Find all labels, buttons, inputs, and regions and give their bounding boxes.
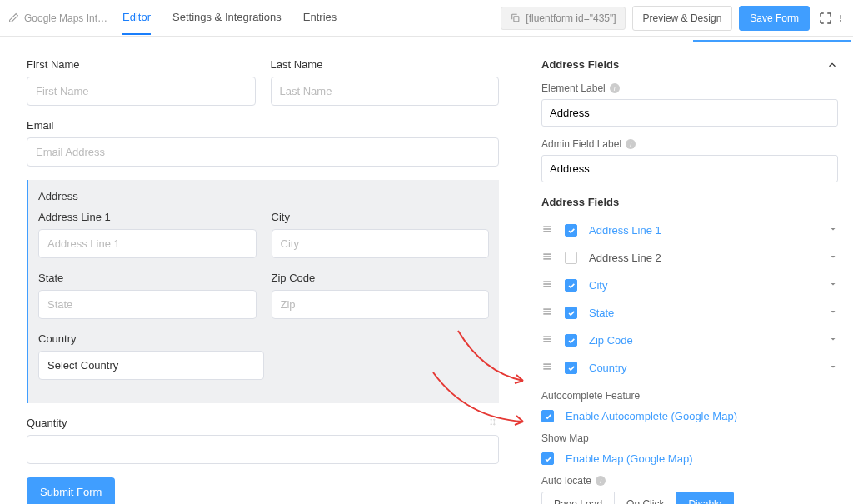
svg-point-2 (840, 17, 841, 19)
address-line1-input[interactable] (38, 229, 257, 258)
field-checkbox[interactable] (565, 252, 577, 264)
drag-handle-icon[interactable] (541, 251, 553, 265)
submit-button[interactable]: Submit Form (27, 477, 115, 504)
address-block[interactable]: Address Address Line 1 City State Zip Co… (27, 180, 499, 403)
address-line1-label: Address Line 1 (38, 211, 257, 223)
auto-locate-buttons: Page Load On Click Disable (541, 492, 838, 504)
address-title: Address (38, 190, 489, 202)
first-name-input[interactable] (27, 77, 256, 106)
info-icon: i (610, 83, 620, 93)
auto-locate-pageload[interactable]: Page Load (541, 492, 615, 504)
last-name-input[interactable] (271, 77, 500, 106)
info-icon: i (596, 476, 606, 486)
state-label: State (38, 272, 257, 284)
field-checkbox[interactable] (565, 334, 577, 347)
field-label: City (589, 279, 816, 292)
enable-autocomplete-checkbox[interactable] (541, 410, 554, 422)
svg-point-5 (494, 419, 495, 420)
save-button[interactable]: Save Form (739, 6, 810, 31)
chevron-down-icon[interactable] (828, 334, 838, 347)
chevron-down-icon[interactable] (828, 307, 838, 319)
field-checkbox[interactable] (565, 279, 577, 292)
element-label-header: Element Label i (541, 82, 838, 94)
field-label: Country (589, 362, 816, 374)
country-select[interactable] (38, 351, 264, 380)
chevron-down-icon[interactable] (828, 279, 838, 292)
email-label: Email (27, 119, 499, 132)
quantity-input[interactable] (27, 435, 499, 464)
address-field-row: Address Line 1 (541, 217, 838, 244)
svg-point-1 (840, 15, 841, 17)
auto-locate-disable[interactable]: Disable (676, 492, 734, 504)
address-field-row: Address Line 2 (541, 244, 838, 272)
address-field-row: State (541, 299, 838, 327)
address-field-row: Country (541, 354, 838, 382)
pencil-icon (8, 12, 19, 23)
field-label: State (589, 307, 816, 319)
tab-entries[interactable]: Entries (303, 1, 337, 35)
field-checkbox[interactable] (565, 224, 577, 237)
chevron-up-icon (826, 59, 838, 71)
admin-label-input[interactable] (541, 155, 838, 182)
country-label: Country (38, 332, 264, 345)
chevron-down-icon[interactable] (828, 224, 838, 237)
drag-handle-icon[interactable] (541, 278, 553, 292)
svg-point-7 (494, 422, 495, 422)
drag-icon (488, 417, 497, 429)
svg-point-9 (494, 424, 495, 425)
info-icon: i (626, 139, 636, 149)
settings-sidebar: Address Fields Element Label i Admin Fie… (526, 37, 853, 504)
svg-point-8 (491, 424, 491, 425)
auto-locate-onclick[interactable]: On Click (615, 492, 676, 504)
tab-editor[interactable]: Editor (122, 1, 151, 35)
show-map-header: Show Map (541, 432, 838, 444)
first-name-label: First Name (27, 58, 256, 71)
svg-point-3 (840, 20, 841, 22)
field-label: Address Line 1 (589, 224, 816, 237)
drag-handle-icon[interactable] (541, 223, 553, 237)
field-checkbox[interactable] (565, 362, 577, 374)
drag-handle-icon[interactable] (541, 333, 553, 347)
shortcode-box[interactable]: [fluentform id="435"] (501, 7, 625, 30)
autocomplete-header: Autocomplete Feature (541, 390, 838, 402)
panel-header[interactable]: Address Fields (526, 53, 853, 82)
last-name-label: Last Name (271, 58, 500, 71)
address-field-row: City (541, 272, 838, 299)
address-fields-header: Address Fields (541, 196, 838, 208)
preview-button[interactable]: Preview & Design (632, 6, 733, 31)
admin-label-header: Admin Field Label i (541, 138, 838, 150)
fullscreen-icon[interactable] (818, 11, 833, 26)
element-label-input[interactable] (541, 99, 838, 127)
address-field-row: Zip Code (541, 327, 838, 354)
svg-point-6 (491, 422, 491, 422)
city-input[interactable] (272, 229, 490, 258)
chevron-down-icon[interactable] (828, 362, 838, 374)
tab-settings[interactable]: Settings & Integrations (172, 1, 282, 35)
city-label: City (272, 211, 490, 223)
auto-locate-header: Auto locate i (541, 475, 838, 487)
drag-handle-icon[interactable] (541, 306, 553, 320)
email-input[interactable] (27, 137, 499, 167)
enable-autocomplete-label: Enable Autocomplete (Google Map) (566, 410, 737, 422)
field-checkbox[interactable] (565, 307, 577, 319)
form-canvas: First Name Last Name Email Address Addre… (0, 37, 526, 504)
svg-point-4 (491, 419, 491, 420)
zip-input[interactable] (272, 290, 490, 319)
field-label: Address Line 2 (589, 252, 816, 264)
chevron-down-icon[interactable] (828, 252, 838, 264)
field-label: Zip Code (589, 334, 816, 347)
enable-map-checkbox[interactable] (541, 452, 554, 465)
zip-label: Zip Code (272, 272, 490, 284)
drag-handle-icon[interactable] (541, 361, 553, 375)
svg-rect-0 (514, 17, 519, 22)
breadcrumb: Google Maps Int… (8, 12, 107, 24)
quantity-label: Quantity (27, 417, 499, 429)
enable-map-label: Enable Map (Google Map) (566, 452, 692, 465)
state-input[interactable] (38, 290, 257, 319)
more-icon[interactable] (836, 11, 845, 26)
copy-icon (510, 12, 521, 23)
